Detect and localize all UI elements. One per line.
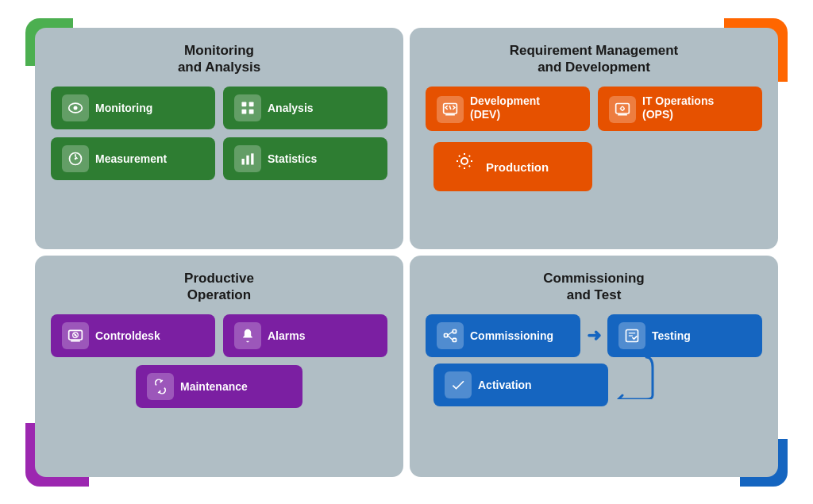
development-icon <box>437 96 464 123</box>
svg-point-24 <box>75 334 77 337</box>
svg-point-17 <box>621 107 624 110</box>
svg-rect-26 <box>453 330 456 333</box>
requirement-top-buttons: Development(DEV) IT Operations(OPS) <box>426 87 762 131</box>
commissioning-layout: Commissioning ➜ Testing <box>426 314 762 406</box>
statistics-button[interactable]: Statistics <box>223 137 387 180</box>
svg-point-19 <box>461 158 468 164</box>
quadrant-requirement: Requirement Managementand Development De… <box>410 28 778 249</box>
measurement-label: Measurement <box>95 152 167 165</box>
monitoring-button[interactable]: Monitoring <box>51 87 215 129</box>
svg-rect-10 <box>242 159 245 165</box>
testing-icon <box>618 322 645 349</box>
it-operations-icon <box>609 96 636 123</box>
svg-point-9 <box>75 158 77 160</box>
svg-rect-11 <box>246 156 249 165</box>
quadrant-monitoring-title: Monitoring and Analysis <box>178 42 260 76</box>
analysis-button[interactable]: Analysis <box>223 87 387 129</box>
production-row: Production <box>426 142 762 191</box>
svg-rect-3 <box>249 102 254 107</box>
svg-line-28 <box>448 332 453 336</box>
productive-top-buttons: Controldesk Alarms <box>51 314 387 357</box>
quadrant-commissioning-title: Commissioningand Test <box>543 270 645 304</box>
analysis-icon <box>234 94 261 121</box>
activation-icon <box>445 371 472 398</box>
analysis-label: Analysis <box>268 102 314 114</box>
testing-button[interactable]: Testing <box>607 314 762 357</box>
activation-button[interactable]: Activation <box>433 364 608 406</box>
alarms-icon <box>234 322 261 349</box>
production-label: Production <box>486 160 549 174</box>
development-label: Development(DEV) <box>470 94 540 121</box>
svg-line-29 <box>448 336 453 340</box>
development-button[interactable]: Development(DEV) <box>426 87 590 131</box>
commissioning-button[interactable]: Commissioning <box>426 314 580 357</box>
svg-line-14 <box>449 106 451 110</box>
svg-rect-4 <box>242 110 247 114</box>
alarms-button[interactable]: Alarms <box>223 314 387 357</box>
maintenance-button[interactable]: Maintenance <box>136 365 302 408</box>
svg-rect-5 <box>249 110 254 114</box>
measurement-icon <box>62 145 89 172</box>
statistics-label: Statistics <box>268 152 317 165</box>
quadrant-requirement-title: Requirement Managementand Development <box>510 42 679 76</box>
monitoring-icon <box>62 94 89 121</box>
svg-rect-12 <box>251 153 253 164</box>
activation-row: Activation <box>426 364 762 406</box>
quadrant-grid: Monitoring and Analysis Monitoring Analy… <box>35 28 778 477</box>
commissioning-label: Commissioning <box>470 329 553 342</box>
it-operations-button[interactable]: IT Operations(OPS) <box>598 87 762 131</box>
controldesk-icon <box>62 322 89 349</box>
monitoring-label: Monitoring <box>95 102 152 114</box>
svg-rect-2 <box>242 102 247 107</box>
statistics-icon <box>234 145 261 172</box>
quadrant-productive: ProductiveOperation Controldesk Alarms <box>35 256 403 477</box>
maintenance-row: Maintenance <box>51 365 387 408</box>
svg-point-1 <box>74 106 78 110</box>
controldesk-button[interactable]: Controldesk <box>51 314 215 357</box>
main-container: Monitoring and Analysis Monitoring Analy… <box>25 18 788 487</box>
activation-label: Activation <box>478 379 532 391</box>
it-operations-label: IT Operations(OPS) <box>642 94 714 121</box>
svg-rect-27 <box>453 338 456 341</box>
maintenance-icon <box>147 373 174 400</box>
controldesk-label: Controldesk <box>95 329 160 342</box>
production-button[interactable]: Production <box>433 142 592 191</box>
maintenance-label: Maintenance <box>180 380 248 393</box>
svg-rect-25 <box>445 334 448 337</box>
flow-arrow-right: ➜ <box>587 325 601 346</box>
commissioning-icon <box>437 322 464 349</box>
monitoring-button-grid: Monitoring Analysis Measurement <box>51 87 387 180</box>
production-icon <box>449 152 480 182</box>
quadrant-commissioning: Commissioningand Test Commissioning ➜ <box>410 256 778 477</box>
alarms-label: Alarms <box>268 329 305 342</box>
measurement-button[interactable]: Measurement <box>51 137 215 180</box>
testing-label: Testing <box>652 329 691 342</box>
quadrant-monitoring: Monitoring and Analysis Monitoring Analy… <box>35 28 403 249</box>
svg-rect-16 <box>616 104 630 114</box>
commissioning-flow-row: Commissioning ➜ Testing <box>426 314 762 357</box>
quadrant-productive-title: ProductiveOperation <box>184 270 254 304</box>
curve-arrow <box>615 356 654 399</box>
